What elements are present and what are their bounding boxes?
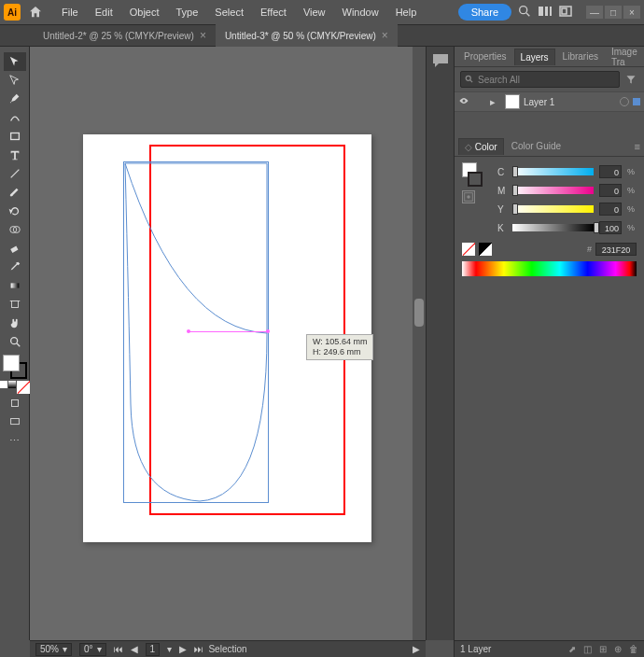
tab-untitled-3[interactable]: Untitled-3* @ 50 % (CMYK/Preview) × bbox=[216, 24, 398, 47]
locate-icon[interactable]: ⬈ bbox=[568, 644, 576, 654]
make-clip-icon[interactable]: ◫ bbox=[583, 644, 592, 654]
tab-image-trace[interactable]: Image Tra bbox=[606, 44, 643, 70]
spot-color-icon[interactable] bbox=[462, 190, 475, 203]
slider-value[interactable]: 100 bbox=[599, 221, 622, 234]
anchor-point[interactable] bbox=[266, 329, 270, 333]
canvas[interactable]: W: 105.64 mm H: 249.6 mm bbox=[30, 47, 426, 640]
type-tool[interactable] bbox=[4, 146, 26, 164]
selection-tool[interactable] bbox=[4, 52, 26, 71]
slider-m[interactable]: M0% bbox=[497, 181, 637, 200]
svg-line-17 bbox=[16, 343, 20, 347]
visibility-icon[interactable] bbox=[458, 95, 471, 108]
menu-object[interactable]: Object bbox=[122, 3, 167, 21]
measurement-tooltip: W: 105.64 mm H: 249.6 mm bbox=[306, 334, 373, 360]
delete-layer-icon[interactable]: 🗑 bbox=[629, 644, 638, 654]
curvature-tool[interactable] bbox=[4, 108, 26, 127]
page-field[interactable]: 1 bbox=[146, 643, 161, 656]
slider-y[interactable]: Y0% bbox=[497, 200, 637, 218]
zoom-field[interactable]: 50% ▾ bbox=[35, 643, 72, 656]
tab-libraries[interactable]: Libraries bbox=[557, 49, 604, 64]
slider-track[interactable] bbox=[512, 187, 594, 194]
menu-window[interactable]: Window bbox=[335, 3, 386, 21]
close-button[interactable]: × bbox=[623, 6, 640, 19]
home-icon[interactable] bbox=[26, 3, 45, 21]
comment-icon[interactable] bbox=[431, 52, 450, 69]
color-mode-row[interactable] bbox=[0, 381, 30, 394]
color-spectrum[interactable] bbox=[462, 261, 637, 276]
rectangle-tool[interactable] bbox=[4, 127, 26, 146]
new-sublayer-icon[interactable]: ⊞ bbox=[599, 644, 607, 654]
screen-mode[interactable] bbox=[4, 412, 26, 431]
fill-stroke-swatch[interactable] bbox=[3, 355, 27, 379]
slider-track[interactable] bbox=[512, 205, 594, 213]
workspace-icon[interactable] bbox=[558, 4, 573, 21]
rotate-tool[interactable] bbox=[4, 202, 26, 220]
chevron-right-icon[interactable]: ▸ bbox=[490, 96, 501, 108]
stroke-swatch[interactable] bbox=[468, 172, 483, 187]
panel-menu-icon[interactable]: ≡ bbox=[635, 141, 640, 152]
tab-color[interactable]: ◇ Color bbox=[458, 138, 504, 155]
layers-search-input[interactable]: Search All bbox=[460, 71, 620, 88]
slider-value[interactable]: 0 bbox=[599, 184, 622, 197]
slider-c[interactable]: C0% bbox=[497, 162, 637, 181]
slider-k[interactable]: K100% bbox=[497, 218, 637, 237]
zoom-tool[interactable] bbox=[4, 332, 26, 351]
layer-name[interactable]: Layer 1 bbox=[524, 97, 616, 107]
artboard-tool[interactable] bbox=[4, 295, 26, 314]
menu-help[interactable]: Help bbox=[388, 3, 425, 21]
anchor-point[interactable] bbox=[187, 329, 190, 333]
line-tool[interactable] bbox=[4, 164, 26, 183]
direct-selection-tool[interactable] bbox=[4, 71, 26, 90]
shape-builder-tool[interactable] bbox=[4, 220, 26, 239]
prev-page-icon[interactable]: ◀ bbox=[131, 644, 138, 654]
maximize-button[interactable]: □ bbox=[605, 6, 622, 19]
menu-effect[interactable]: Effect bbox=[253, 3, 294, 21]
tab-layers[interactable]: Layers bbox=[514, 49, 555, 65]
pen-tool[interactable] bbox=[4, 90, 26, 108]
close-icon[interactable]: × bbox=[382, 29, 388, 42]
new-layer-icon[interactable]: ⊕ bbox=[614, 644, 622, 654]
none-swatch[interactable] bbox=[462, 243, 475, 256]
slider-track[interactable] bbox=[512, 224, 594, 231]
slider-value[interactable]: 0 bbox=[599, 165, 622, 178]
rotate-field[interactable]: 0° ▾ bbox=[79, 643, 106, 656]
color-swatches[interactable] bbox=[462, 162, 494, 203]
slider-track[interactable] bbox=[512, 168, 594, 175]
bw-swatch[interactable] bbox=[479, 243, 492, 256]
menu-type[interactable]: Type bbox=[169, 3, 206, 21]
minimize-button[interactable]: — bbox=[586, 6, 603, 19]
next-page-icon[interactable]: ▶ bbox=[179, 644, 187, 654]
slider-value[interactable]: 0 bbox=[599, 203, 622, 216]
selection-indicator[interactable] bbox=[633, 98, 640, 105]
filter-icon[interactable] bbox=[623, 72, 638, 87]
hand-tool[interactable] bbox=[4, 314, 26, 332]
last-page-icon[interactable]: ⏭ bbox=[194, 644, 203, 654]
eraser-tool[interactable] bbox=[4, 239, 26, 258]
search-icon[interactable] bbox=[517, 4, 532, 21]
scrollbar-vertical[interactable] bbox=[413, 47, 426, 640]
arrange-icon[interactable] bbox=[538, 4, 553, 21]
scroll-right-icon[interactable]: ▶ bbox=[413, 644, 420, 654]
eyedropper-tool[interactable] bbox=[4, 258, 26, 276]
gradient-tool[interactable] bbox=[4, 276, 26, 295]
hex-input[interactable]: 231F20 bbox=[595, 243, 637, 256]
menu-edit[interactable]: Edit bbox=[88, 3, 120, 21]
edit-toolbar[interactable]: ⋯ bbox=[4, 431, 26, 450]
target-icon[interactable] bbox=[620, 97, 629, 106]
tab-untitled-2[interactable]: Untitled-2* @ 25 % (CMYK/Preview) × bbox=[34, 24, 216, 47]
tab-color-guide[interactable]: Color Guide bbox=[506, 138, 567, 154]
close-icon[interactable]: × bbox=[200, 29, 206, 42]
svg-rect-11 bbox=[10, 246, 18, 253]
share-button[interactable]: Share bbox=[458, 4, 511, 21]
menu-view[interactable]: View bbox=[296, 3, 333, 21]
first-page-icon[interactable]: ⏮ bbox=[114, 644, 123, 654]
drawing-mode[interactable] bbox=[4, 394, 26, 412]
paintbrush-tool[interactable] bbox=[4, 183, 26, 202]
tab-properties[interactable]: Properties bbox=[458, 49, 512, 64]
svg-rect-18 bbox=[11, 400, 18, 407]
menu-file[interactable]: File bbox=[54, 3, 86, 21]
path-object[interactable] bbox=[123, 161, 269, 503]
menu-select[interactable]: Select bbox=[207, 3, 251, 21]
chevron-down-icon[interactable]: ▾ bbox=[167, 644, 172, 654]
layer-row[interactable]: ▸ Layer 1 bbox=[455, 91, 644, 112]
